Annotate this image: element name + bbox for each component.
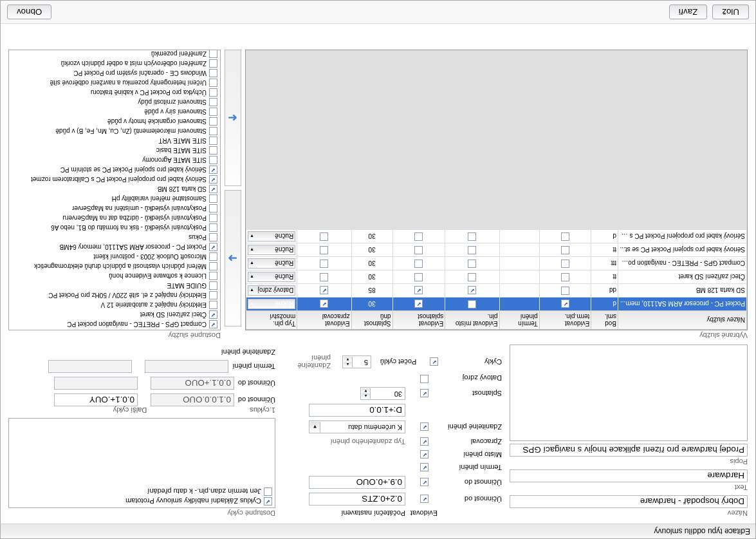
datovyzdroj-chk[interactable] [421,375,429,383]
list-item[interactable]: Čtecí zařízení SD karet [9,310,220,319]
service-checkbox[interactable] [209,146,217,155]
popis-area[interactable] [510,345,748,441]
dostupnesluzby-list[interactable]: Compact GPS - PRETEC - navigation pocket… [8,50,221,330]
terminplneni-chk[interactable] [421,463,429,471]
grid-typ-combo[interactable]: Ručně▼ [248,245,295,255]
service-checkbox[interactable] [209,175,217,184]
grid-col-header[interactable]: Evidovat splatnost [392,311,445,330]
grid-checkbox[interactable] [414,233,423,241]
zdanplneni-chk[interactable] [421,422,429,431]
list-item[interactable]: Elektrický napáječ z el. sítě 220V / 50H… [9,290,220,300]
grid-typ-combo[interactable]: Ručně▼ [248,299,295,309]
grid-col-header[interactable]: Evidovat místo pln. [445,311,499,330]
grid-col-header[interactable]: Bod sml. [591,311,618,330]
zpracoval-chk[interactable] [421,437,429,446]
move-left-button[interactable]: ➜ [225,50,241,186]
service-checkbox[interactable] [209,108,217,116]
list-item[interactable]: Stanovení síry v půdě [9,107,220,117]
grid-checkbox[interactable] [561,300,569,308]
list-item[interactable]: GUIDE MATE [9,281,220,290]
grid-checkbox[interactable] [320,287,328,295]
list-item[interactable]: Sériový kabel pro spojení Pocket PC se s… [9,165,220,175]
list-item[interactable]: Windows CE - operační systém pro Pocket … [9,68,220,78]
grid-col-header[interactable]: Typ pln. množství [246,311,297,330]
service-checkbox[interactable] [209,69,217,77]
service-checkbox[interactable] [209,98,217,106]
splatnost-chk[interactable] [421,389,429,397]
ucinnostod-chk[interactable] [421,495,429,503]
service-checkbox[interactable] [209,243,217,251]
list-item[interactable]: Měření půdních vlastností a půdních druh… [9,261,220,271]
ucinnostdo-chk[interactable] [421,478,429,486]
pocetcyklu-spin[interactable]: 5 ▲▼ [342,355,371,368]
uloz-button[interactable]: Ulož [712,5,749,19]
list-item[interactable]: Compact GPS - PRETEC - navigation pocket… [9,319,220,329]
grid-col-header[interactable]: Evidovat term.pln. [539,311,591,330]
grid-checkbox[interactable] [468,247,476,255]
service-checkbox[interactable] [209,223,217,232]
grid-checkbox[interactable] [561,287,569,296]
grid-typ-combo[interactable]: Datový zdroj▼ [248,285,295,296]
list-item[interactable]: Elektrický napáječ z autobaterie 12 V [9,300,220,310]
grid-checkbox[interactable] [320,247,328,255]
dostupnecykly-list[interactable]: Cyklus Základní nabídky smlouvy Prototam… [8,418,275,508]
list-item[interactable]: Stanovení zrnitosti půdy [9,97,220,107]
grid-checkbox[interactable] [414,287,423,295]
service-checkbox[interactable] [209,165,217,174]
list-item[interactable]: SITE MATE VRT [9,136,220,146]
list-item[interactable]: Poskytování výsledků - údržba dat na Map… [9,213,220,223]
service-checkbox[interactable] [209,137,217,145]
grid-typ-combo[interactable]: Ručně▼ [248,231,295,241]
list-item[interactable]: Určení heterogenity pozemku a navržení o… [9,78,220,88]
grid-checkbox[interactable] [320,274,328,282]
list-item[interactable]: Zaměření odběrových míst a odběr půdních… [9,59,220,68]
grid-typ-combo[interactable]: Ručně▼ [248,258,295,269]
service-checkbox[interactable] [209,88,217,97]
service-checkbox[interactable] [209,214,217,222]
grid-checkbox[interactable] [414,260,423,269]
grid-checkbox[interactable] [468,301,476,309]
grid-checkbox[interactable] [414,274,423,282]
grid-checkbox[interactable] [414,247,423,255]
grid-checkbox[interactable] [468,274,476,282]
spin-down-icon[interactable]: ▼ [362,388,371,393]
service-checkbox[interactable] [209,127,217,135]
cyklus-opt1-chk[interactable] [264,497,272,506]
list-item[interactable]: Stanovení organické hmoty v půdě [9,117,220,126]
table-row[interactable]: SD karta 128 MBdd85Datový zdroj▼ [246,284,747,298]
table-row[interactable]: Čtecí zařízení SD karettt30Ručně▼ [246,270,747,284]
spin-down-icon[interactable]: ▼ [344,357,353,362]
nazev-input[interactable] [510,495,748,508]
service-checkbox[interactable] [209,301,217,309]
move-right-button[interactable]: ➜ [225,190,241,326]
mistoplneni-chk[interactable] [421,450,429,459]
service-checkbox[interactable] [209,117,217,126]
service-checkbox[interactable] [209,252,217,261]
list-item[interactable]: Pokus [9,232,220,242]
service-checkbox[interactable] [209,156,217,164]
ucinnostdo-input[interactable] [309,476,405,489]
grid-checkbox[interactable] [561,247,569,255]
splatnost-spin[interactable]: 30 ▲▼ [360,387,405,400]
service-checkbox[interactable] [209,194,217,203]
ucinnostod-input[interactable] [309,493,405,506]
service-checkbox[interactable] [209,272,217,280]
grid-checkbox[interactable] [561,233,569,241]
list-item[interactable]: Samostatné měření variability pH [9,194,220,203]
service-checkbox[interactable] [209,79,217,87]
grid-checkbox[interactable] [320,300,328,308]
vybranesluzby-grid[interactable]: Název službyBod sml.Evidovat term.pln.Te… [246,229,747,330]
grid-checkbox[interactable] [414,300,423,308]
typzdan-combo[interactable]: K určenému datu▼ [309,421,405,433]
list-item[interactable]: Poskytování výsledků - tisk na formátu d… [9,223,220,232]
dplus-input[interactable] [309,404,405,417]
grid-checkbox[interactable] [320,233,328,241]
grid-checkbox[interactable] [561,260,569,269]
table-row[interactable]: Pocket PC - procesor ARM SA1110, mem...d… [246,298,747,311]
service-checkbox[interactable] [209,233,217,241]
table-row[interactable]: Sériový kabel pro propojení Pocket PC s … [246,230,747,243]
list-item[interactable]: Sériový kabel pro propojení Pocket PC s … [9,175,220,184]
grid-checkbox[interactable] [468,260,476,269]
grid-typ-combo[interactable]: Ručně▼ [248,272,295,282]
obnov-button[interactable]: Obnov [7,5,51,19]
